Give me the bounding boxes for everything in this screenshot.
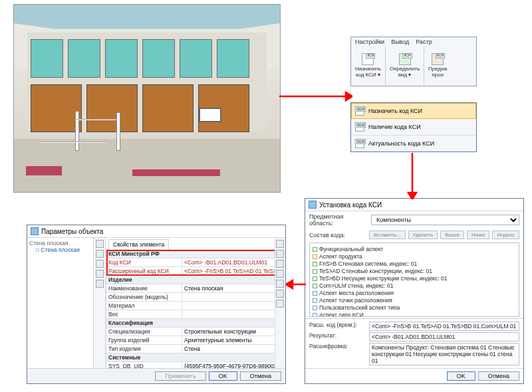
- tree-node[interactable]: Аспект продукта: [313, 253, 516, 260]
- domain-label: Предметная область:: [309, 213, 368, 227]
- dialog-icon: [31, 227, 39, 235]
- ribbon-tab[interactable]: Растр: [416, 39, 432, 45]
- property-row[interactable]: Код КСИ<Com> -B01.AD01.BD01.ULM01: [106, 258, 275, 267]
- model-3d-viewport[interactable]: [13, 4, 281, 193]
- apply-button[interactable]: Применить: [155, 371, 206, 381]
- property-row[interactable]: СпециализацияСтроительные конструкции: [106, 328, 275, 336]
- up-button[interactable]: Выше: [440, 231, 464, 239]
- ribbon-assign-ksi-button[interactable]: Назначить код КСИ ▾: [351, 47, 386, 85]
- ribbon-define-view-button[interactable]: Определить вид ▾: [386, 47, 424, 85]
- decode-label: Расшифровка:: [309, 343, 365, 365]
- object-params-dialog: Параметры объекта Стена плоская □ Стена …: [27, 225, 286, 384]
- property-row[interactable]: Вес: [106, 310, 275, 319]
- dialog-titlebar: Параметры объекта: [27, 225, 285, 238]
- tool-icon[interactable]: [96, 240, 104, 248]
- tool-icon[interactable]: [96, 250, 104, 258]
- tool-icon[interactable]: [96, 280, 104, 288]
- properties-tab[interactable]: Свойства элемента: [108, 239, 169, 249]
- dialog-icon: [309, 201, 317, 209]
- svg-marker-5: [286, 280, 293, 288]
- property-row[interactable]: Обозначение (модель): [106, 293, 275, 302]
- tree-node[interactable]: FnS>B Стеновая система, индекс: 01: [313, 260, 516, 268]
- ribbon-panel: Настройки Вывод Растр Назначить код КСИ …: [350, 37, 477, 86]
- ext-code-label: Расш. код (врем.):: [309, 322, 365, 331]
- property-row[interactable]: Системные: [106, 353, 275, 362]
- ksi-dropdown-menu: Назначить код КСИ Наличие кода КСИ Актуа…: [350, 102, 477, 152]
- dialog-title: Параметры объекта: [41, 228, 103, 235]
- ext-code-value: <Com> -FnS>B 01.TeS>AD 01.TeS>BD 01.Com>…: [369, 322, 519, 331]
- property-row[interactable]: SYS_DB_UID{4595F475-959F-4679-97D6-98900…: [106, 362, 275, 369]
- tool-icon[interactable]: [276, 290, 284, 298]
- property-row[interactable]: Изделие: [106, 276, 275, 284]
- cancel-button[interactable]: Отмена: [478, 371, 519, 381]
- icon: [432, 53, 444, 65]
- property-grid[interactable]: КСИ Минстрой РФКод КСИ<Com> -B01.AD01.BD…: [106, 249, 275, 368]
- tool-icon[interactable]: [276, 260, 284, 268]
- ribbon-tab[interactable]: Вывод: [391, 39, 409, 45]
- cancel-button[interactable]: Отмена: [240, 371, 281, 381]
- insert-button[interactable]: Вставить...: [369, 231, 406, 239]
- tool-icon[interactable]: [276, 270, 284, 278]
- tree-node[interactable]: Аспект места расположения: [313, 290, 516, 297]
- domain-select[interactable]: Компоненты: [371, 215, 519, 225]
- ok-button[interactable]: OK: [209, 371, 237, 381]
- tool-icon[interactable]: [276, 240, 284, 248]
- menu-assign-ksi[interactable]: Назначить код КСИ: [351, 103, 476, 119]
- arrow-icon: [406, 153, 419, 199]
- tree-node[interactable]: TeS>BD Несущие конструкции стены, индекс…: [313, 275, 516, 282]
- code-composition-label: Состав кода:: [309, 232, 366, 239]
- property-row[interactable]: Тип изделияСтена: [106, 345, 275, 353]
- property-row[interactable]: НаименованиеСтена плоская: [106, 284, 275, 293]
- decode-value: Компоненты Продукт: Стеновая система 01 …: [369, 343, 519, 365]
- tree-node[interactable]: Аспект типа КСИ: [313, 312, 516, 317]
- tree-node[interactable]: TeS>AD Стеновые конструкции, индекс: 01: [313, 268, 516, 275]
- ksi-icon: [355, 106, 364, 116]
- object-tree[interactable]: Стена плоская □ Стена плоская: [27, 238, 94, 368]
- property-row[interactable]: Материал: [106, 302, 275, 310]
- property-row[interactable]: Расширенный код КСИ<Com> -FnS>B 01 TeS>A…: [106, 267, 275, 276]
- tool-icon[interactable]: [96, 260, 104, 268]
- ribbon-tab[interactable]: Настройки: [355, 39, 384, 45]
- ksi-icon: [355, 139, 364, 148]
- install-ksi-dialog: Установка кода КСИ Предметная область: К…: [305, 198, 524, 384]
- view-icon: [399, 53, 411, 65]
- menu-presence-ksi[interactable]: Наличие кода КСИ: [351, 119, 476, 136]
- arrow-icon: [286, 278, 306, 291]
- menu-actuality-ksi[interactable]: Актуальность кода КСИ: [351, 136, 476, 151]
- down-button[interactable]: Ниже: [467, 231, 489, 239]
- dialog-titlebar: Установка кода КСИ: [305, 199, 523, 211]
- result-value: <Com> -B01.AD01.BD01.ULM01: [369, 332, 519, 342]
- ksi-icon: [362, 53, 374, 65]
- dialog-title: Установка кода КСИ: [319, 201, 382, 209]
- ribbon-group-3[interactable]: Предна прои: [424, 47, 451, 85]
- tool-icon[interactable]: [276, 300, 284, 308]
- property-row[interactable]: Группа изделийАрхитектурные элементы: [106, 336, 275, 345]
- tool-icon[interactable]: [276, 280, 284, 288]
- tree-node[interactable]: Пользовательский аспект типа: [313, 304, 516, 312]
- delete-button[interactable]: Удалить: [408, 231, 438, 239]
- tree-node[interactable]: Аспект точки расположения: [313, 297, 516, 304]
- tree-node[interactable]: Функциональный аспект: [313, 246, 516, 253]
- index-button[interactable]: Индекс: [492, 231, 519, 239]
- result-label: Результат:: [309, 332, 365, 342]
- right-toolbar: [275, 238, 285, 368]
- arrow-icon: [279, 90, 352, 103]
- ksi-icon: [355, 122, 364, 132]
- svg-marker-3: [408, 193, 416, 199]
- property-row[interactable]: Классификация: [106, 319, 275, 328]
- tool-icon[interactable]: [276, 250, 284, 258]
- code-toolbar: Вставить... Удалить Выше Ниже Индекс: [369, 231, 519, 239]
- svg-marker-1: [346, 92, 352, 100]
- tree-node[interactable]: Com>ULM стена, индекс: 01: [313, 282, 516, 290]
- tool-icon[interactable]: [96, 270, 104, 278]
- property-row[interactable]: КСИ Минстрой РФ: [106, 250, 275, 258]
- ok-button[interactable]: OK: [447, 371, 475, 381]
- left-toolbar: [94, 238, 106, 368]
- code-tree[interactable]: Функциональный аспектАспект продуктаFnS>…: [309, 243, 519, 317]
